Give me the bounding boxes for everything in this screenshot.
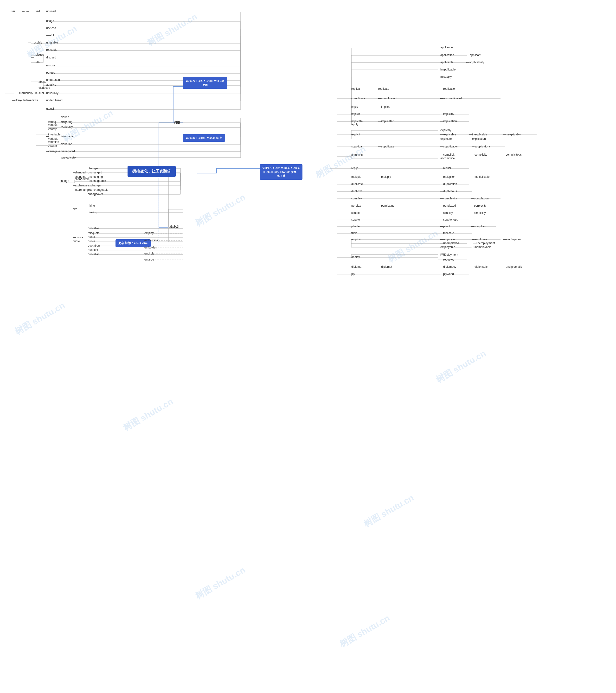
word-unchangeable: unchangeable — [88, 179, 106, 182]
word-applicability: applicability — [469, 61, 484, 64]
word-perplexed: perplexed — [443, 204, 456, 207]
word-inexplicable: inexplicable — [472, 133, 487, 136]
word-usage: usage — [46, 19, 54, 23]
dash-impl3: — — [378, 120, 381, 123]
word-unemployable: unemployable — [474, 245, 492, 249]
word-unusually: unusually — [46, 92, 58, 95]
dash-com1: — — [440, 153, 443, 156]
dash-dip4: — — [503, 265, 506, 269]
word-exchanger: exchanger — [88, 184, 101, 187]
word-unemployed: unemployed — [443, 241, 459, 245]
word-multiplier: multiplier — [443, 175, 455, 178]
word-inexplicably: inexplicably — [506, 133, 521, 136]
word-apply: apply — [351, 123, 358, 126]
root-node: 拥抱变化，让工资翻倍 — [128, 166, 176, 177]
dash-tri1: — — [440, 232, 443, 235]
word-simplicity: simplicity — [474, 211, 486, 215]
word-useful: useful — [46, 34, 54, 37]
dash-app2: — — [466, 61, 469, 64]
word-utensil: utensil — [46, 107, 55, 111]
dash-dep1: — — [440, 255, 443, 259]
word-misuse: misuse — [46, 64, 55, 67]
word-explicit: explicit — [351, 133, 360, 136]
word-implication: implication — [443, 120, 457, 123]
word-interchange: interchange — [75, 188, 90, 192]
word-implicitly: implicitly — [443, 112, 454, 116]
dash-mult3: — — [471, 175, 475, 178]
word-prevaricate: prevaricate — [61, 156, 76, 159]
dash-sup3: — — [471, 145, 475, 148]
word-embarrass: embarrass — [145, 239, 158, 242]
dash-cpx2: — — [471, 197, 474, 200]
word-encircle: encircle — [145, 252, 154, 255]
word-uncomplicated: uncomplicated — [443, 97, 462, 100]
dash-com2: — — [471, 153, 475, 156]
word-explicable: explicable — [443, 133, 456, 136]
word-explicitly: explicitly — [440, 128, 451, 132]
word-complexity: complexity — [443, 197, 457, 200]
word-perplexity: perplexity — [474, 204, 486, 207]
word-complicit: complicit — [443, 153, 455, 156]
word-employable: employable — [440, 245, 455, 249]
word-applicable: applicable — [440, 61, 453, 64]
word-diplomacy: diplomacy — [443, 265, 456, 269]
word-complice: complice — [351, 153, 363, 157]
word-application: application — [440, 54, 454, 57]
word-diplomatic: diplomatic — [475, 265, 487, 269]
word-complicated: complicated — [381, 97, 397, 100]
dash-ppx2: — — [440, 204, 443, 207]
word-simplify: simplify — [443, 211, 453, 215]
word-pliant: pliant — [443, 225, 450, 228]
dash-pli1: — — [440, 225, 443, 228]
word-implicit: implicit — [351, 112, 360, 116]
dash-sup1: — — [378, 145, 381, 148]
dash-expl4: — — [469, 137, 472, 140]
dash-comp1: — — [378, 97, 381, 100]
word-used: used — [34, 9, 40, 13]
word-changer: changer — [88, 167, 98, 170]
dash-app1: — — [467, 54, 470, 57]
word-usual: usual — [17, 92, 24, 95]
word-invariable: invariable — [48, 133, 60, 136]
word-unchanged: unchanged — [88, 171, 102, 174]
word-deploy-label: deploy — [351, 255, 360, 259]
word-misquote: misquote — [88, 232, 100, 235]
dash3: — — [28, 41, 31, 44]
word-replicate: replicate — [378, 87, 389, 91]
word-varied: varied — [61, 116, 69, 119]
word-utility: utility — [15, 99, 21, 102]
dash-emp2: — — [471, 238, 475, 241]
watermark-5: 树图 shutu.cn — [13, 299, 67, 337]
dash-used-unused: — — [26, 9, 30, 13]
word-supplication: supplication — [443, 145, 458, 148]
word-disuse: disuse — [36, 53, 44, 56]
dash-emp4: — — [440, 241, 443, 245]
dash-dip3: — — [471, 265, 475, 269]
word-change: change — [60, 179, 69, 182]
dash-ppx1: — — [378, 204, 381, 207]
word-employee: employee — [475, 238, 487, 241]
word-reply: reply — [351, 166, 358, 170]
word-duplicitous: duplicitous — [443, 190, 457, 193]
word-variegated: variegated — [61, 150, 75, 153]
ci-gen-180-box: 词根180：-var(i)- = change 变 — [183, 134, 225, 142]
word-unusable: unusable — [46, 41, 58, 44]
word-replication: replication — [443, 87, 457, 91]
word-unused: unused — [46, 9, 56, 13]
word-supplicate: supplicate — [381, 145, 394, 148]
word-imply: imply — [351, 105, 358, 108]
word-complicity: complicity — [475, 153, 487, 156]
word-implicate: implicate — [351, 120, 363, 123]
word-implied: implied — [381, 105, 390, 108]
word-utilitarian: utilitarian — [22, 99, 33, 102]
word-unusual: unusual — [34, 92, 44, 95]
word-duplicate: duplicate — [351, 182, 363, 186]
dash-rep1: — — [376, 87, 378, 91]
word-replier: replier — [443, 166, 451, 170]
dash-pli2: — — [471, 225, 474, 228]
word-embolden: embolden — [145, 246, 157, 249]
word-reusable: reusable — [46, 48, 57, 52]
word-variety: variety — [48, 127, 57, 131]
word-supplicant: supplicant — [351, 145, 364, 148]
dash-cpx1: — — [440, 197, 443, 200]
